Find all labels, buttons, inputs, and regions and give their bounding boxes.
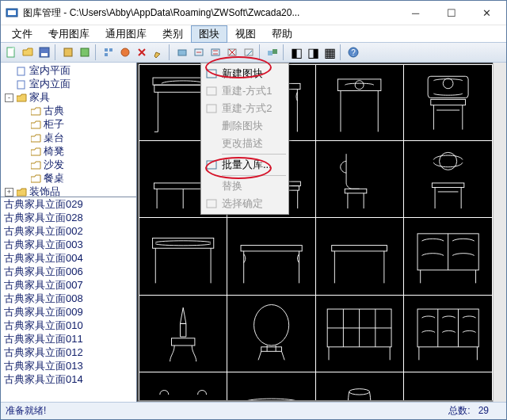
thumbnail[interactable] — [139, 372, 227, 402]
tree-node[interactable]: 沙发 — [2, 158, 135, 172]
thumbnail-pane[interactable] — [137, 63, 493, 402]
list-item[interactable]: 古典家具立面011 — [1, 332, 136, 346]
list-view[interactable]: 古典家具立面029古典家具立面028古典家具立面002古典家具立面003古典家具… — [1, 197, 136, 402]
tool-e2-icon[interactable]: ◨ — [305, 44, 321, 60]
tree-node[interactable]: 餐桌 — [2, 172, 135, 185]
tool-e1-icon[interactable]: ◧ — [288, 44, 304, 60]
list-item[interactable]: 古典家具立面008 — [1, 292, 136, 305]
tool-r2-icon[interactable] — [208, 44, 223, 60]
tree-node[interactable]: 室内立面 — [2, 78, 135, 91]
svg-rect-15 — [245, 49, 253, 55]
list-item[interactable]: 古典家具立面009 — [1, 305, 136, 319]
menuitem-icon — [205, 67, 218, 80]
tool-block-icon[interactable] — [174, 44, 190, 60]
thumbnail[interactable] — [316, 64, 405, 141]
list-item[interactable]: 古典家具立面007 — [1, 278, 136, 292]
tool-add-icon[interactable] — [117, 44, 133, 60]
menu-文件[interactable]: 文件 — [4, 25, 40, 43]
thumbnail[interactable] — [316, 296, 405, 372]
thumbnail[interactable] — [404, 141, 493, 218]
tool-open-icon[interactable] — [20, 44, 36, 60]
thumbnail[interactable] — [316, 372, 405, 402]
list-item[interactable]: 古典家具立面004 — [1, 251, 136, 265]
menuitem-icon — [205, 197, 218, 210]
tool-save-icon[interactable] — [36, 44, 52, 60]
titlebar: 图库管理 - C:\Users\Abby\AppData\Roaming\ZWS… — [1, 1, 506, 25]
expander-icon[interactable]: + — [5, 188, 13, 197]
tree-node[interactable]: +装饰品 — [2, 185, 135, 197]
list-item[interactable]: 古典家具立面010 — [1, 319, 136, 332]
tree-node[interactable]: 椅凳 — [2, 145, 135, 158]
list-item[interactable]: 古典家具立面028 — [1, 211, 136, 224]
thumbnail[interactable] — [404, 296, 493, 372]
tool-rename-icon[interactable] — [241, 44, 257, 60]
tree-node[interactable]: 桌台 — [2, 132, 135, 145]
tree-node[interactable]: 古典 — [2, 105, 135, 118]
tree-label: 古典 — [44, 105, 64, 118]
scrollbar[interactable] — [493, 63, 506, 402]
svg-text:?: ? — [351, 48, 356, 57]
menu-帮助[interactable]: 帮助 — [264, 25, 300, 43]
folder-o-icon — [30, 147, 41, 157]
svg-rect-13 — [212, 49, 219, 55]
menu-图块[interactable]: 图块 — [191, 25, 227, 43]
menu-通用图库[interactable]: 通用图库 — [97, 25, 154, 43]
svg-rect-17 — [273, 49, 277, 54]
menuitem-更改描述: 更改描述 — [203, 135, 287, 152]
toolbar-sep — [55, 44, 58, 60]
expander-icon[interactable]: - — [5, 94, 13, 102]
thumbnail[interactable] — [227, 372, 316, 402]
menubar: 文件专用图库通用图库类别图块视图帮助 — [1, 25, 506, 42]
svg-line-76 — [281, 352, 284, 361]
menu-视图[interactable]: 视图 — [227, 25, 264, 43]
thumbnail[interactable] — [139, 296, 227, 372]
svg-rect-57 — [152, 238, 213, 248]
tool-delblock-icon[interactable] — [224, 44, 240, 60]
menuitem-批量入库...[interactable]: 批量入库... — [203, 156, 287, 174]
folder-o-icon — [30, 134, 41, 143]
tree-node[interactable]: 室内平面 — [2, 64, 135, 78]
list-item[interactable]: 古典家具立面012 — [1, 346, 136, 359]
svg-rect-106 — [207, 200, 216, 208]
tool-book2-icon[interactable] — [77, 44, 93, 60]
menuitem-新建图块[interactable]: 新建图块 — [203, 65, 287, 82]
tool-help-icon[interactable]: ? — [345, 44, 361, 60]
tree-node[interactable]: 柜子 — [2, 118, 135, 132]
toolbar-sep — [283, 44, 286, 60]
tool-e3-icon[interactable]: ▦ — [322, 44, 337, 60]
tool-book1-icon[interactable] — [60, 44, 76, 60]
window-controls: ─ ☐ ✕ — [398, 2, 505, 24]
tool-batch-icon[interactable] — [265, 44, 280, 60]
maximize-button[interactable]: ☐ — [433, 2, 469, 24]
thumbnail[interactable] — [404, 218, 493, 295]
tool-new-icon[interactable] — [3, 44, 19, 60]
tool-edit-icon[interactable] — [151, 44, 166, 60]
menuitem-删除图块: 删除图块 — [203, 117, 287, 135]
menu-专用图库[interactable]: 专用图库 — [40, 25, 97, 43]
list-item[interactable]: 古典家具立面002 — [1, 224, 136, 238]
thumbnail[interactable] — [227, 296, 316, 372]
tool-cat-icon[interactable] — [101, 44, 116, 60]
svg-rect-72 — [261, 347, 281, 352]
tree-view[interactable]: 室内平面室内立面-家具古典柜子桌台椅凳沙发餐桌+装饰品+设施 — [1, 63, 136, 197]
thumbnail[interactable] — [316, 141, 405, 218]
menu-类别[interactable]: 类别 — [154, 25, 191, 43]
thumbnail[interactable] — [404, 372, 493, 402]
minimize-button[interactable]: ─ — [398, 2, 433, 24]
svg-rect-103 — [207, 87, 216, 95]
tool-r1-icon[interactable] — [191, 44, 207, 60]
list-item[interactable]: 古典家具立面013 — [1, 359, 136, 372]
list-item[interactable]: 古典家具立面014 — [1, 372, 136, 386]
thumbnail[interactable] — [227, 218, 316, 295]
close-button[interactable]: ✕ — [469, 2, 505, 24]
tool-del-icon[interactable] — [134, 44, 150, 60]
thumbnail[interactable] — [139, 218, 227, 295]
thumbnail[interactable] — [316, 218, 405, 295]
list-item[interactable]: 古典家具立面003 — [1, 238, 136, 251]
list-item[interactable]: 古典家具立面029 — [1, 197, 136, 211]
thumbnail[interactable] — [404, 64, 493, 141]
list-item[interactable]: 古典家具立面006 — [1, 265, 136, 278]
tree-label: 柜子 — [44, 118, 64, 132]
tree-label: 餐桌 — [44, 172, 64, 185]
tree-node[interactable]: -家具 — [2, 91, 135, 105]
